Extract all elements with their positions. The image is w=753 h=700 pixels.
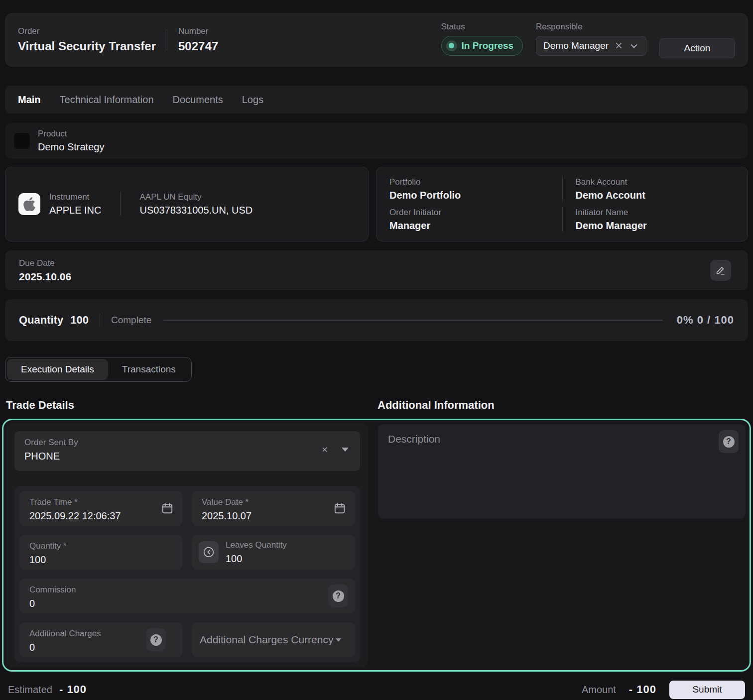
segment-execution-details[interactable]: Execution Details <box>7 359 108 380</box>
trade-time-value: 2025.09.22 12:06:37 <box>29 510 173 522</box>
action-button[interactable]: Action <box>659 38 735 58</box>
order-sent-by-label: Order Sent By <box>24 438 350 448</box>
status-badge: In Progress <box>441 36 523 56</box>
order-initiator-label: Order Initiator <box>389 208 562 218</box>
execution-details-panel: Order Sent By PHONE Trade Time * 2025.09… <box>2 419 751 672</box>
tab-documents[interactable]: Documents <box>173 94 223 106</box>
instrument-card: Instrument APPLE INC AAPL UN Equity US03… <box>5 167 369 241</box>
instrument-name: APPLE INC <box>49 205 101 216</box>
complete-label: Complete <box>111 315 151 326</box>
product-card: Product Demo Strategy <box>5 123 748 159</box>
additional-information-form: Description ? <box>377 423 747 667</box>
order-sent-by-field[interactable]: Order Sent By PHONE <box>14 431 360 471</box>
estimated-value: - 100 <box>59 683 87 696</box>
arrow-left-circle-icon <box>202 546 215 559</box>
clear-order-sent-by-icon[interactable] <box>321 446 328 453</box>
clear-responsible-icon[interactable] <box>615 41 623 50</box>
instrument-ticker-label: AAPL UN Equity <box>139 192 252 202</box>
instrument-label: Instrument <box>49 192 101 202</box>
quantity-label: Quantity <box>19 314 63 327</box>
status-dot-icon <box>446 40 457 51</box>
header-divider <box>167 29 167 51</box>
portfolio-value: Demo Portfolio <box>389 190 562 201</box>
product-color-icon <box>14 133 30 149</box>
question-icon: ? <box>723 436 735 448</box>
value-date-field[interactable]: Value Date * 2025.10.07 <box>192 491 355 526</box>
tab-logs[interactable]: Logs <box>242 94 263 106</box>
responsible-label: Responsible <box>536 22 646 32</box>
instrument-divider <box>120 192 121 216</box>
order-details-card: Portfolio Demo Portfolio Bank Account De… <box>376 167 748 241</box>
commission-label: Commission <box>29 585 345 595</box>
status-text: In Progress <box>462 40 514 51</box>
quantity-field-label: Quantity * <box>29 541 173 551</box>
description-help-button[interactable]: ? <box>719 430 739 453</box>
order-number: 502747 <box>178 39 218 53</box>
quantity-progress-card: Quantity 100 Complete 0% 0 / 100 <box>5 299 748 341</box>
commission-value: 0 <box>29 598 345 609</box>
additional-charges-help-button[interactable]: ? <box>146 628 166 651</box>
initiator-name-value: Demo Manager <box>576 220 735 232</box>
quantity-field-value: 100 <box>29 554 173 566</box>
trade-time-field[interactable]: Trade Time * 2025.09.22 12:06:37 <box>19 491 183 526</box>
order-title-block: Order Virtual Security Transfer <box>18 26 156 53</box>
leaves-quantity-field: Leaves Quantity 100 <box>192 535 355 570</box>
responsible-select[interactable]: Demo Manager <box>536 36 646 56</box>
submit-button[interactable]: Submit <box>669 681 745 699</box>
order-header: Order Virtual Security Transfer Number 5… <box>5 13 748 67</box>
edit-due-date-button[interactable] <box>710 260 731 281</box>
estimated-label: Estimated <box>8 684 52 696</box>
description-textarea[interactable]: Description ? <box>378 424 746 519</box>
calendar-icon[interactable] <box>161 502 174 515</box>
instrument-isin: US0378331005.UN, USD <box>139 205 252 216</box>
progress-text: 0% 0 / 100 <box>677 314 734 327</box>
quantity-value: 100 <box>70 314 89 327</box>
value-date-label: Value Date * <box>202 497 345 507</box>
apple-logo-icon <box>18 193 40 215</box>
question-icon: ? <box>150 634 162 646</box>
additional-charges-currency-label: Additional Charges Currency <box>200 634 333 646</box>
chevron-down-icon[interactable] <box>629 41 639 51</box>
product-label: Product <box>38 129 104 139</box>
footer-bar: Estimated - 100 Amount - 100 Submit <box>8 679 745 700</box>
question-icon: ? <box>333 590 344 602</box>
order-initiator-value: Manager <box>389 220 562 232</box>
commission-field[interactable]: Commission 0 ? <box>19 579 355 613</box>
order-sent-by-value: PHONE <box>24 451 350 462</box>
view-segmented-control: Execution Details Transactions <box>5 357 192 382</box>
trade-fields-group: Trade Time * 2025.09.22 12:06:37 Value D… <box>14 486 360 662</box>
amount-value: - 100 <box>629 683 656 696</box>
leaves-quantity-value: 100 <box>226 553 287 565</box>
tab-technical-information[interactable]: Technical Information <box>60 94 154 106</box>
portfolio-label: Portfolio <box>389 177 562 187</box>
due-date-label: Due Date <box>19 258 71 268</box>
bank-account-label: Bank Account <box>576 177 735 187</box>
pencil-icon <box>715 265 726 276</box>
commission-help-button[interactable]: ? <box>328 584 348 607</box>
status-label: Status <box>441 22 523 32</box>
initiator-name-label: Initiator Name <box>576 208 735 218</box>
quantity-field[interactable]: Quantity * 100 <box>19 535 183 570</box>
copy-leaves-quantity-button[interactable] <box>199 541 219 563</box>
amount-label: Amount <box>582 684 616 696</box>
calendar-icon[interactable] <box>333 502 346 515</box>
product-value: Demo Strategy <box>38 141 104 153</box>
trade-details-heading: Trade Details <box>6 399 377 412</box>
description-placeholder: Description <box>388 433 440 445</box>
tab-main[interactable]: Main <box>18 94 41 106</box>
page-title: Virtual Security Transfer <box>18 39 156 53</box>
progress-bar <box>163 320 663 321</box>
main-tab-bar: Main Technical Information Documents Log… <box>5 86 748 114</box>
segment-transactions[interactable]: Transactions <box>108 359 190 380</box>
number-label: Number <box>178 26 218 36</box>
additional-information-heading: Additional Information <box>377 399 495 412</box>
additional-charges-field[interactable]: Additional Charges 0 ? <box>19 622 183 657</box>
value-date-value: 2025.10.07 <box>202 510 345 522</box>
due-date-value: 2025.10.06 <box>19 271 71 283</box>
dropdown-caret-icon[interactable] <box>341 447 349 452</box>
additional-charges-currency-select[interactable]: Additional Charges Currency <box>192 622 355 657</box>
quantity-divider <box>100 314 100 327</box>
bank-account-value: Demo Account <box>576 190 735 201</box>
responsible-value: Demo Manager <box>543 40 609 51</box>
trade-time-label: Trade Time * <box>29 497 173 507</box>
